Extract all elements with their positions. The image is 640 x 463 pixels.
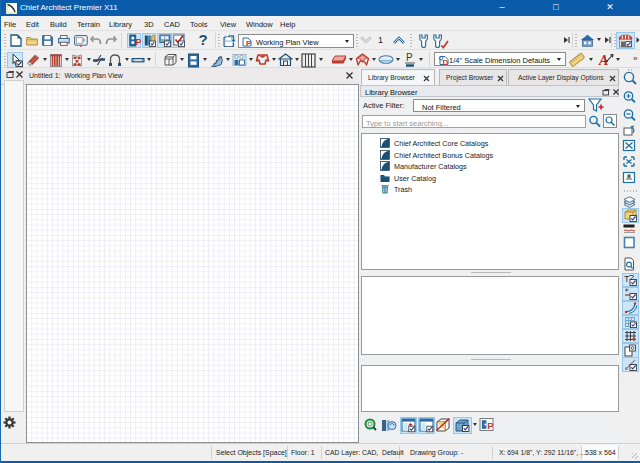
svg-text:D: D [443,57,449,65]
svg-text:P: P [135,37,141,47]
svg-text:P: P [487,420,494,431]
svg-text:T: T [624,274,630,284]
svg-text:P: P [406,52,413,63]
svg-text:A: A [598,53,608,68]
svg-text:P: P [246,39,252,47]
